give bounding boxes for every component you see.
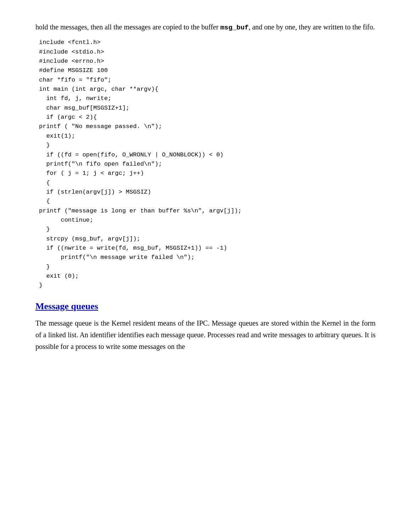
intro-mono-bold: msg_buf	[220, 24, 249, 32]
intro-paragraph: hold the messages, then all the messages…	[35, 21, 376, 33]
section-body: The message queue is the Kernel resident…	[35, 317, 376, 353]
section-heading[interactable]: Message queues	[35, 301, 376, 312]
section-heading-link[interactable]: Message queues	[35, 301, 98, 311]
intro-text-part2: , and one by one, they are written to th…	[249, 23, 375, 31]
intro-text-part1: hold the messages, then all the messages…	[35, 23, 220, 31]
code-block: include <fcntl.h> #include <stdio.h> #in…	[35, 38, 376, 290]
